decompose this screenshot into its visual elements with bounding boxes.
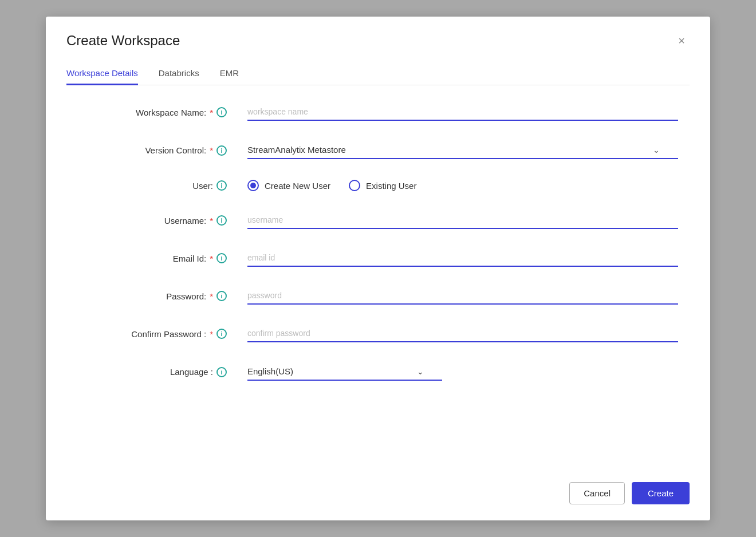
- workspace-name-label: Workspace Name: * i: [78, 107, 227, 117]
- version-control-select-wrapper: StreamAnalytix Metastore ⌄: [247, 141, 678, 159]
- version-control-row: Version Control: * i StreamAnalytix Meta…: [78, 141, 678, 159]
- password-input[interactable]: [247, 287, 678, 305]
- confirm-password-input[interactable]: [247, 325, 678, 342]
- required-star-username: *: [210, 216, 213, 226]
- radio-existing-user[interactable]: Existing User: [349, 180, 416, 191]
- user-label: User: i: [78, 180, 227, 191]
- info-icon-confirm[interactable]: i: [216, 329, 227, 339]
- modal-title: Create Workspace: [66, 33, 180, 49]
- modal-header: Create Workspace ×: [66, 33, 690, 49]
- tab-emr[interactable]: EMR: [220, 62, 239, 85]
- language-select[interactable]: English(US) ⌄: [247, 363, 442, 381]
- confirm-password-label: Confirm Password : * i: [78, 329, 227, 339]
- info-icon-workspace[interactable]: i: [216, 107, 227, 117]
- required-star-workspace: *: [210, 108, 213, 117]
- create-workspace-modal: Create Workspace × Workspace Details Dat…: [46, 17, 710, 520]
- required-star-confirm: *: [210, 329, 213, 339]
- language-row: Language : i English(US) ⌄: [78, 363, 678, 381]
- cancel-button[interactable]: Cancel: [569, 482, 625, 504]
- chevron-down-icon: ⌄: [653, 145, 660, 155]
- password-label: Password: * i: [78, 291, 227, 301]
- info-icon-language[interactable]: i: [216, 367, 227, 377]
- user-row: User: i Create New User Existing U: [78, 180, 678, 191]
- password-control: [247, 287, 678, 305]
- info-icon-email[interactable]: i: [216, 253, 227, 263]
- radio-circle-create: [247, 180, 259, 191]
- close-button[interactable]: ×: [674, 33, 690, 49]
- confirm-password-control: [247, 325, 678, 342]
- form-body: Workspace Name: * i Version Control: * i: [66, 104, 690, 471]
- username-control: [247, 212, 678, 229]
- radio-create-new-user[interactable]: Create New User: [247, 180, 330, 191]
- username-row: Username: * i: [78, 212, 678, 229]
- workspace-name-control: [247, 104, 678, 121]
- tab-workspace-details[interactable]: Workspace Details: [66, 62, 138, 85]
- required-star-password: *: [210, 291, 213, 301]
- required-star-version: *: [210, 145, 213, 155]
- username-label: Username: * i: [78, 215, 227, 226]
- version-control-select[interactable]: StreamAnalytix Metastore ⌄: [247, 141, 678, 159]
- username-input[interactable]: [247, 212, 678, 229]
- user-radio-group: Create New User Existing User: [247, 180, 678, 191]
- workspace-name-input[interactable]: [247, 104, 678, 121]
- confirm-password-row: Confirm Password : * i: [78, 325, 678, 342]
- email-control: [247, 250, 678, 267]
- modal-footer: Cancel Create: [66, 471, 690, 504]
- tab-bar: Workspace Details Databricks EMR: [66, 62, 690, 85]
- required-star-email: *: [210, 254, 213, 263]
- workspace-name-row: Workspace Name: * i: [78, 104, 678, 121]
- info-icon-version[interactable]: i: [216, 145, 227, 156]
- language-select-wrapper: English(US) ⌄: [247, 363, 442, 381]
- user-control: Create New User Existing User: [247, 180, 678, 191]
- chevron-down-icon-lang: ⌄: [417, 367, 424, 376]
- email-label: Email Id: * i: [78, 253, 227, 263]
- email-row: Email Id: * i: [78, 250, 678, 267]
- version-control-control: StreamAnalytix Metastore ⌄: [247, 141, 678, 159]
- email-input[interactable]: [247, 250, 678, 267]
- info-icon-password[interactable]: i: [216, 291, 227, 301]
- tab-databricks[interactable]: Databricks: [159, 62, 199, 85]
- language-label: Language : i: [78, 367, 227, 377]
- modal-overlay: Create Workspace × Workspace Details Dat…: [0, 0, 756, 537]
- create-button[interactable]: Create: [632, 482, 690, 504]
- language-control: English(US) ⌄: [247, 363, 678, 381]
- radio-circle-existing: [349, 180, 360, 191]
- version-control-label: Version Control: * i: [78, 145, 227, 156]
- info-icon-username[interactable]: i: [216, 215, 227, 226]
- info-icon-user[interactable]: i: [216, 180, 227, 191]
- password-row: Password: * i: [78, 287, 678, 305]
